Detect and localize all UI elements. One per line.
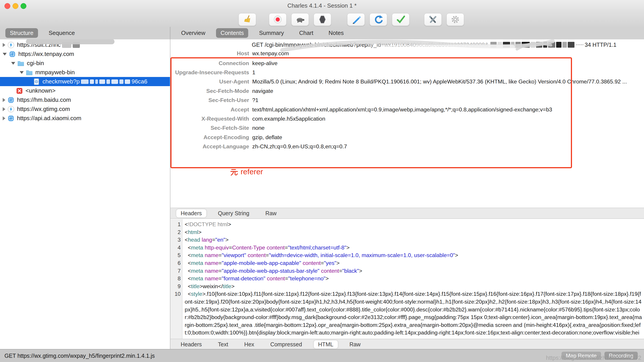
charles-window: Charles 4.1.4 - Session 1 * xyxy=(0,0,644,362)
request-tab-raw[interactable]: Raw xyxy=(261,209,281,217)
tools-button[interactable] xyxy=(424,13,442,26)
settings-button[interactable] xyxy=(446,13,464,26)
code-line-1: 1<!DOCTYPE html> xyxy=(170,221,644,228)
tab-summary[interactable]: Summary xyxy=(254,28,288,38)
response-tab-hex[interactable]: Hex xyxy=(240,340,258,348)
checkmark-icon xyxy=(395,14,406,25)
request-line-faded: ay_id=wx19100840 xyxy=(368,42,416,48)
request-tab-query-string[interactable]: Query String xyxy=(214,209,254,217)
tree-item-label: https://wx.gtimg.com xyxy=(17,106,70,113)
clear-session-button[interactable] xyxy=(238,13,256,26)
request-tab-headers[interactable]: Headers xyxy=(176,209,206,217)
header-value: none xyxy=(252,125,264,131)
main-toolbar xyxy=(0,12,644,27)
header-value: gzip, deflate xyxy=(252,134,282,141)
globe-icon xyxy=(9,51,16,58)
expand-arrow-icon[interactable] xyxy=(3,116,5,120)
host-value: wx.tenpay.com xyxy=(252,50,289,57)
request-view-tabs: HeadersQuery StringRaw xyxy=(170,208,644,219)
status-text: GET https://wx.gtimg.com/wxpay_h5/finger… xyxy=(4,352,155,359)
tree-item-https-wx-gtimg-com[interactable]: https://wx.gtimg.com xyxy=(0,105,170,114)
tab-structure[interactable]: Structure xyxy=(5,28,38,38)
header-name: Accept-Encoding xyxy=(170,134,249,141)
error-x-icon xyxy=(16,88,23,94)
throttle-button[interactable] xyxy=(291,13,309,26)
tree-item-label: https://hm.baidu.com xyxy=(17,96,71,103)
header-value: com.example.h5x5application xyxy=(252,116,325,122)
collapse-arrow-icon[interactable] xyxy=(20,71,24,74)
tree-item-checkmweb-p[interactable]: checkmweb?p96ca6 xyxy=(0,77,170,86)
tab-overview[interactable]: Overview xyxy=(177,28,210,38)
response-tab-raw[interactable]: Raw xyxy=(345,340,365,348)
tree-item-https-wx-tenpay-com[interactable]: https://wx.tenpay.com xyxy=(0,50,170,59)
wu-character-glyph xyxy=(230,168,238,176)
line-number: 2 xyxy=(170,228,181,236)
expand-arrow-icon[interactable] xyxy=(3,107,5,111)
compose-request-button[interactable] xyxy=(347,13,365,26)
tab-contents[interactable]: Contents xyxy=(216,28,248,38)
code-line-8: 8 <meta name="format-detection" content=… xyxy=(170,275,644,283)
response-tab-headers[interactable]: Headers xyxy=(176,340,206,348)
tree-item-mmpayweb-bin[interactable]: mmpayweb-bin xyxy=(0,68,170,77)
tree-item-https-suit-t-zhnc[interactable]: https://suit.t.zhnc xyxy=(0,40,170,50)
redaction-dashes xyxy=(576,44,584,45)
header-name: Sec-Fetch-User xyxy=(170,97,249,103)
record-icon xyxy=(272,14,284,25)
code-line-10: 10 <style>.f10{font-size:10px}.f11{font-… xyxy=(170,290,644,337)
response-tab-html[interactable]: HTML xyxy=(314,340,338,348)
line-number: 7 xyxy=(170,267,181,275)
broom-icon xyxy=(242,14,253,25)
header-name: X-Requested-With xyxy=(170,116,249,122)
tree-item-https-api-ad-xiaomi-com[interactable]: https://api.ad.xiaomi.com xyxy=(0,114,170,123)
header-value: navigate xyxy=(252,88,273,94)
header-name: Sec-Fetch-Site xyxy=(170,125,249,131)
annotation-text: referer xyxy=(240,167,263,176)
header-row-sec-fetch-site: Sec-Fetch-Sitenone xyxy=(170,124,644,133)
line-number: 6 xyxy=(170,259,181,267)
lightning-icon xyxy=(8,42,14,48)
repeat-request-button[interactable] xyxy=(370,13,387,26)
header-row-accept-encoding: Accept-Encodinggzip, deflate xyxy=(170,133,644,142)
response-tab-compressed[interactable]: Compressed xyxy=(266,340,306,348)
tree-item-label: https://api.ad.xiaomi.com xyxy=(17,115,82,122)
code-line-6: 6 <meta name="apple-mobile-web-app-capab… xyxy=(170,259,644,267)
sidebar-tabs: StructureSequence xyxy=(5,28,80,38)
request-line-smudged: 96ca6fecb59112227249008& xyxy=(416,42,488,48)
request-line: GET /cgi-bin/mmpayweb-bin/checkmweb?prep… xyxy=(252,41,616,49)
no-referer-annotation: referer xyxy=(230,167,263,176)
tree-item-unknown[interactable]: <unknown> xyxy=(0,86,170,95)
code-line-9: 9 <title>weixin</title> xyxy=(170,283,644,290)
lightning-icon xyxy=(8,106,14,113)
header-row-connection: Connectionkeep-alive xyxy=(170,59,644,68)
contents-panel: GET /cgi-bin/mmpayweb-bin/checkmweb?prep… xyxy=(170,39,644,349)
code-line-4: 4 <meta http-equiv=Content-Type content=… xyxy=(170,244,644,252)
collapse-arrow-icon[interactable] xyxy=(11,62,15,65)
status-bar: GET https://wx.gtimg.com/wxpay_h5/finger… xyxy=(0,349,644,362)
line-number: 1 xyxy=(170,221,181,228)
record-button[interactable] xyxy=(269,13,287,26)
header-name: Sec-Fetch-Mode xyxy=(170,88,249,94)
tab-chart[interactable]: Chart xyxy=(295,28,318,38)
breakpoints-button[interactable] xyxy=(314,13,332,26)
tree-item-cgi-bin[interactable]: cgi-bin xyxy=(0,59,170,68)
header-row-sec-fetch-user: Sec-Fetch-User?1 xyxy=(170,96,644,105)
collapse-arrow-icon[interactable] xyxy=(3,53,7,56)
line-number: 9 xyxy=(170,283,181,290)
panel-divider xyxy=(170,27,170,39)
content-tabs: OverviewContentsSummaryChartNotes xyxy=(177,28,348,38)
tab-sequence[interactable]: Sequence xyxy=(44,28,80,38)
tree-item-label: mmpayweb-bin xyxy=(35,69,75,76)
tree-item-https-hm-baidu-com[interactable]: https://hm.baidu.com xyxy=(0,95,170,105)
tab-notes[interactable]: Notes xyxy=(324,28,348,38)
validate-button[interactable] xyxy=(392,13,410,26)
expand-arrow-icon[interactable] xyxy=(3,98,5,102)
host-label: Host xyxy=(170,50,249,57)
header-row-sec-fetch-mode: Sec-Fetch-Modenavigate xyxy=(170,86,644,96)
line-number: 5 xyxy=(170,251,181,259)
tree-item-label: checkmweb?p xyxy=(42,78,80,85)
header-row-accept: Accepttext/html,application/xhtml+xml,ap… xyxy=(170,105,644,114)
expand-arrow-icon[interactable] xyxy=(3,43,5,47)
response-tab-text[interactable]: Text xyxy=(214,340,233,348)
header-row-user-agent: User-AgentMozilla/5.0 (Linux; Android 9;… xyxy=(170,77,644,86)
refresh-icon xyxy=(372,14,384,25)
